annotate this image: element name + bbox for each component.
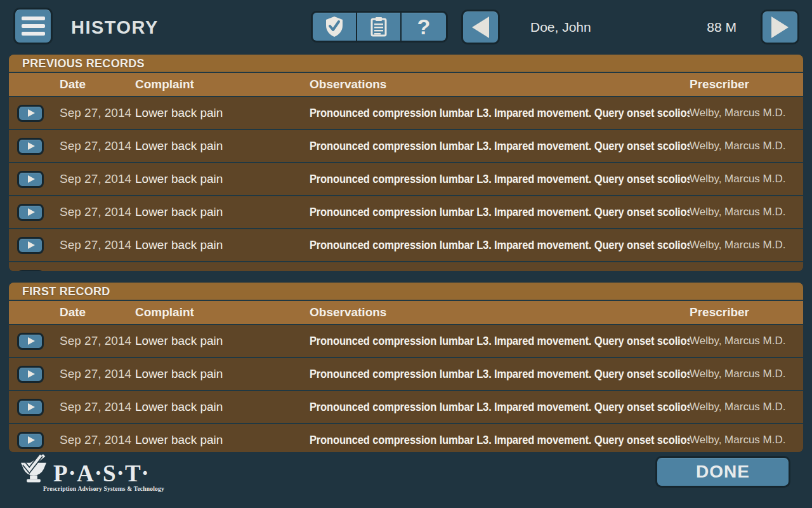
- play-audio-button[interactable]: [17, 171, 44, 188]
- menu-icon: [22, 17, 45, 20]
- record-date: Sep 27, 2014: [60, 334, 135, 348]
- shield-check-icon: [325, 16, 344, 37]
- section-title: FIRST RECORD: [9, 283, 803, 301]
- table-header: Date Complaint Observations Prescriber: [9, 73, 803, 97]
- record-complaint: Lower back pain: [135, 106, 310, 120]
- column-header-observations: Observations: [310, 77, 690, 91]
- play-icon: [28, 142, 35, 150]
- play-audio-button[interactable]: [17, 432, 44, 449]
- column-header-date: Date: [60, 77, 135, 91]
- table-row: Sep 27, 2014Lower back painPronounced co…: [9, 196, 803, 229]
- record-date: Sep 27, 2014: [60, 139, 135, 153]
- play-icon: [28, 337, 35, 345]
- records-button[interactable]: [357, 13, 402, 41]
- mortar-pestle-check-icon: [18, 452, 49, 484]
- play-icon: [28, 109, 35, 117]
- table-row: Sep 27, 2014Lower back painPronounced co…: [9, 163, 803, 196]
- previous-records-section: PREVIOUS RECORDS Date Complaint Observat…: [9, 55, 803, 271]
- first-record-section: FIRST RECORD Date Complaint Observations…: [9, 283, 803, 452]
- record-date: Sep 27, 2014: [60, 367, 135, 381]
- play-audio-button[interactable]: [17, 270, 44, 272]
- record-observations: Pronounced compression lumbar L3. Impare…: [310, 368, 690, 381]
- patient-age-sex: 88 M: [707, 0, 737, 55]
- rows[interactable]: Sep 27, 2014Lower back painPronounced co…: [9, 97, 803, 271]
- record-complaint: Lower back pain: [135, 433, 310, 447]
- table-row: Sep 27, 2014Lower back painPronounced co…: [9, 262, 803, 271]
- done-button[interactable]: DONE: [655, 456, 790, 488]
- record-observations: Pronounced compression lumbar L3. Impare…: [310, 206, 690, 219]
- record-prescriber: Welby, Marcus M.D.: [690, 206, 803, 218]
- record-complaint: Lower back pain: [135, 172, 310, 186]
- record-observations: Pronounced compression lumbar L3. Impare…: [310, 434, 690, 447]
- clipboard-icon: [370, 17, 387, 37]
- record-prescriber: Welby, Marcus M.D.: [690, 173, 803, 185]
- table-row: Sep 27, 2014Lower back painPronounced co…: [9, 97, 803, 130]
- record-complaint: Lower back pain: [135, 238, 310, 252]
- next-patient-button[interactable]: [761, 10, 799, 44]
- play-icon: [28, 370, 35, 378]
- app-header: HISTORY ? Doe, John 88 M: [0, 0, 812, 55]
- column-header-complaint: Complaint: [135, 305, 310, 319]
- logo-caption: Prescription Advisory Systems & Technolo…: [43, 486, 164, 492]
- rows[interactable]: Sep 27, 2014Lower back painPronounced co…: [9, 325, 803, 452]
- column-header-prescriber: Prescriber: [690, 77, 803, 91]
- record-complaint: Lower back pain: [135, 400, 310, 414]
- page-title: HISTORY: [71, 0, 159, 55]
- safety-check-button[interactable]: [313, 13, 357, 41]
- table-row: Sep 27, 2014Lower back painPronounced co…: [9, 424, 803, 452]
- play-audio-button[interactable]: [17, 204, 44, 221]
- table-row: Sep 27, 2014Lower back painPronounced co…: [9, 229, 803, 262]
- arrow-right-icon: [771, 17, 789, 38]
- record-prescriber: Welby, Marcus M.D.: [690, 401, 803, 413]
- record-prescriber: Welby, Marcus M.D.: [690, 368, 803, 380]
- play-audio-button[interactable]: [17, 399, 44, 416]
- column-header-complaint: Complaint: [135, 77, 310, 91]
- record-complaint: Lower back pain: [135, 205, 310, 219]
- column-header-prescriber: Prescriber: [690, 305, 803, 319]
- record-complaint: Lower back pain: [135, 334, 310, 348]
- record-observations: Pronounced compression lumbar L3. Impare…: [310, 401, 690, 414]
- column-header-observations: Observations: [310, 305, 690, 319]
- record-observations: Pronounced compression lumbar L3. Impare…: [310, 335, 690, 348]
- play-audio-button[interactable]: [17, 366, 44, 383]
- patient-name: Doe, John: [530, 0, 591, 55]
- record-prescriber: Welby, Marcus M.D.: [690, 239, 803, 251]
- play-audio-button[interactable]: [17, 237, 44, 254]
- play-audio-button[interactable]: [17, 138, 44, 155]
- table-row: Sep 27, 2014Lower back painPronounced co…: [9, 391, 803, 424]
- record-prescriber: Welby, Marcus M.D.: [690, 107, 803, 119]
- play-icon: [28, 175, 35, 183]
- previous-patient-button[interactable]: [461, 10, 500, 44]
- record-observations: Pronounced compression lumbar L3. Impare…: [310, 140, 690, 153]
- record-date: Sep 27, 2014: [60, 205, 135, 219]
- record-observations: Pronounced compression lumbar L3. Impare…: [310, 239, 690, 252]
- table-row: Sep 27, 2014Lower back painPronounced co…: [9, 130, 803, 163]
- play-icon: [28, 241, 35, 249]
- play-icon: [28, 403, 35, 411]
- record-date: Sep 27, 2014: [60, 172, 135, 186]
- record-date: Sep 27, 2014: [60, 400, 135, 414]
- record-prescriber: Welby, Marcus M.D.: [690, 434, 803, 446]
- record-date: Sep 27, 2014: [60, 433, 135, 447]
- help-button[interactable]: ?: [402, 13, 446, 41]
- record-prescriber: Welby, Marcus M.D.: [690, 140, 803, 152]
- table-row: Sep 27, 2014Lower back painPronounced co…: [9, 325, 803, 358]
- section-title: PREVIOUS RECORDS: [9, 55, 803, 73]
- record-observations: Pronounced compression lumbar L3. Impare…: [310, 173, 690, 186]
- play-audio-button[interactable]: [17, 333, 44, 350]
- record-date: Sep 27, 2014: [60, 238, 135, 252]
- record-observations: Pronounced compression lumbar L3. Impare…: [310, 107, 690, 120]
- record-prescriber: Welby, Marcus M.D.: [690, 335, 803, 347]
- table-row: Sep 27, 2014Lower back painPronounced co…: [9, 358, 803, 391]
- table-header: Date Complaint Observations Prescriber: [9, 301, 803, 325]
- past-logo: P·A·S·T· Prescription Advisory Systems &…: [18, 452, 164, 492]
- play-icon: [28, 436, 35, 444]
- play-icon: [28, 208, 35, 216]
- play-audio-button[interactable]: [17, 105, 44, 122]
- logo-wordmark: P·A·S·T·: [53, 463, 150, 484]
- record-date: Sep 27, 2014: [60, 106, 135, 120]
- menu-button[interactable]: [13, 8, 53, 44]
- column-header-date: Date: [60, 305, 135, 319]
- record-complaint: Lower back pain: [135, 139, 310, 153]
- header-toolbar: ?: [311, 11, 448, 43]
